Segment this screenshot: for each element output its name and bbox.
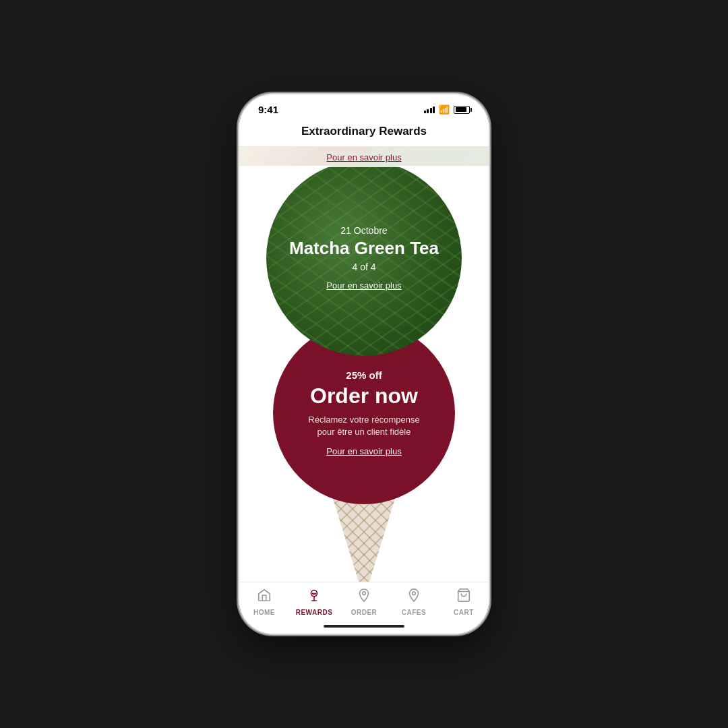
home-icon	[257, 588, 272, 607]
cone-shape	[310, 494, 418, 582]
rewards-icon	[307, 588, 322, 607]
cone-graphic	[310, 494, 418, 582]
svg-point-1	[363, 592, 366, 595]
red-learn-more[interactable]: Pour en savoir plus	[326, 445, 401, 457]
signal-icon	[424, 107, 435, 113]
tab-cafes-label: CAFES	[402, 609, 426, 616]
promo-description: Réclamez votre récompensepour être un cl…	[308, 414, 419, 438]
status-bar: 9:41 📶	[239, 94, 489, 119]
cart-icon	[456, 588, 471, 607]
svg-point-2	[413, 592, 416, 595]
tab-rewards-label: REWARDS	[296, 609, 333, 616]
top-learn-more-link[interactable]: Pour en savoir plus	[326, 152, 401, 162]
content-area: Pour en savoir plus 21 Octobre Matcha Gr…	[239, 147, 489, 582]
green-learn-more[interactable]: Pour en savoir plus	[289, 279, 439, 291]
tab-home[interactable]: HOME	[244, 588, 284, 616]
product-name: Matcha Green Tea	[289, 239, 439, 258]
phone-frame: 9:41 📶 Extraordinary Rewards Pour en sav…	[239, 94, 489, 634]
wifi-icon: 📶	[439, 104, 450, 115]
order-icon	[357, 588, 371, 607]
cafes-icon	[406, 588, 421, 607]
product-date: 21 Octobre	[289, 225, 439, 236]
tab-order-label: ORDER	[351, 609, 377, 616]
home-bar	[324, 625, 404, 628]
tab-bar: HOME REWARDS ORDER	[239, 582, 489, 619]
home-indicator	[239, 619, 489, 634]
tab-cart[interactable]: CART	[444, 588, 484, 616]
order-cta: Order now	[310, 384, 418, 408]
app-header: Extraordinary Rewards	[239, 119, 489, 147]
tab-order[interactable]: ORDER	[344, 588, 384, 616]
status-icons: 📶	[424, 104, 471, 115]
top-banner-link[interactable]: Pour en savoir plus	[239, 147, 489, 167]
product-count: 4 of 4	[289, 262, 439, 272]
status-time: 9:41	[258, 104, 278, 115]
tab-home-label: HOME	[253, 609, 275, 616]
green-product-card: 21 Octobre Matcha Green Tea 4 of 4 Pour …	[266, 160, 462, 356]
tab-cart-label: CART	[454, 609, 474, 616]
battery-icon	[454, 106, 470, 114]
page-title: Extraordinary Rewards	[301, 125, 427, 138]
tab-rewards[interactable]: REWARDS	[294, 588, 334, 616]
tab-cafes[interactable]: CAFES	[394, 588, 434, 616]
green-card-content: 21 Octobre Matcha Green Tea 4 of 4 Pour …	[289, 225, 439, 292]
discount-label: 25% off	[346, 369, 382, 381]
